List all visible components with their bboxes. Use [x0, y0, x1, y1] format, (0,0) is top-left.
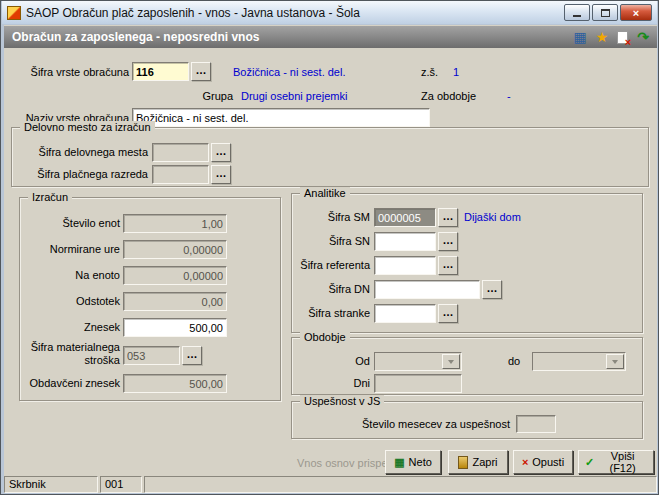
delovno-mesto-group: Delovno mesto za izračun Šifra delovnega…: [11, 127, 649, 187]
sifra-dn-input[interactable]: [374, 280, 480, 299]
neto-button-label: Neto: [409, 456, 432, 468]
close-button[interactable]: ×: [620, 4, 652, 21]
status-user: Skrbnik: [4, 476, 98, 493]
uspesnost-group: Uspešnost v JS Število mesecev za uspešn…: [291, 401, 643, 439]
dialog-header: Obračun za zaposlenega - neposredni vnos…: [4, 26, 657, 48]
stevilo-enot-label: Število enot: [20, 217, 120, 230]
stevilo-mesecev-input: [516, 415, 556, 433]
checkmark-icon: ✓: [585, 456, 594, 469]
sifra-placnega-razreda-label: Šifra plačnega razreda: [16, 168, 148, 181]
sifra-materialnega-stroska-label: Šifra materialnega stroška: [20, 341, 120, 367]
opusti-button-label: Opusti: [532, 456, 564, 468]
od-label: Od: [322, 355, 370, 368]
sifra-materialnega-stroska-lookup-button[interactable]: …: [182, 346, 202, 365]
sifra-referenta-lookup-button[interactable]: …: [438, 256, 458, 275]
app-icon: [7, 6, 21, 20]
od-dropdown-button: [442, 354, 460, 369]
stevilo-mesecev-label: Število mesecev za uspešnost: [292, 418, 510, 431]
odstotek-label: Odstotek: [20, 295, 120, 308]
status-bar: Skrbnik 001: [4, 476, 657, 493]
obdobje-group-title: Obdobje: [300, 331, 350, 344]
sifra-vrste-label: Šifra vrste obračuna: [11, 66, 129, 79]
sifra-sn-label: Šifra SN: [292, 235, 370, 248]
zs-label: z.š.: [421, 66, 438, 79]
uspesnost-group-title: Uspešnost v JS: [300, 395, 384, 408]
sifra-delovnega-mesta-label: Šifra delovnega mesta: [16, 146, 148, 159]
zapri-button-label: Zapri: [472, 456, 497, 468]
obdavceni-znesek-label: Obdavčeni znesek: [20, 377, 120, 390]
vpisi-button-label: Vpiši (F12): [598, 450, 647, 474]
sifra-delovnega-mesta-lookup-button[interactable]: …: [211, 143, 231, 162]
sifra-stranke-label: Šifra stranke: [292, 307, 370, 320]
titlebar: SAOP Obračun plač zaposlenih - vnos - Ja…: [2, 1, 657, 24]
grupa-value: Drugi osebni prejemki: [241, 90, 347, 103]
do-label: do: [508, 355, 520, 368]
favorite-star-icon[interactable]: ★: [596, 29, 609, 45]
dni-label: Dni: [322, 377, 370, 390]
sifra-delovnega-mesta-input: [152, 143, 209, 162]
window-controls: ×: [564, 4, 652, 21]
sifra-stranke-input[interactable]: [374, 304, 436, 323]
header-toolbar: ▦ ★ × ↷: [573, 29, 649, 45]
sifra-referenta-label: Šifra referenta: [292, 259, 370, 272]
normirane-ure-label: Normirane ure: [20, 243, 120, 256]
naziv-input[interactable]: [132, 108, 430, 127]
red-cross-icon: ×: [522, 456, 528, 468]
zapri-button[interactable]: Zapri: [448, 450, 508, 474]
za-obdobje-label: Za obdobje: [421, 90, 476, 103]
analitike-group-title: Analitike: [300, 187, 350, 200]
window-title: SAOP Obračun plač zaposlenih - vnos - Ja…: [26, 6, 360, 20]
sifra-materialnega-stroska-input: [123, 346, 180, 365]
znesek-label: Znesek: [20, 321, 120, 334]
maximize-button[interactable]: [592, 4, 618, 21]
sifra-sm-description: Dijaški dom: [464, 211, 521, 224]
zs-value: 1: [453, 66, 459, 79]
do-dropdown-button: [606, 354, 624, 369]
analitike-group: Analitike Šifra SM … Dijaški dom Šifra S…: [291, 193, 643, 333]
do-dropdown: [532, 352, 626, 371]
za-obdobje-value: -: [507, 90, 511, 103]
sifra-sn-lookup-button[interactable]: …: [438, 232, 458, 251]
sifra-dn-lookup-button[interactable]: …: [482, 280, 502, 299]
vpisi-button[interactable]: ✓ Vpiši (F12): [578, 450, 654, 474]
chevron-down-icon: [612, 360, 618, 364]
izracun-group-title: Izračun: [28, 191, 72, 204]
status-code: 001: [100, 476, 142, 493]
minimize-icon: [573, 15, 581, 17]
opusti-button[interactable]: × Opusti: [513, 450, 573, 474]
na-enoto-label: Na enoto: [20, 269, 120, 282]
sifra-dn-label: Šifra DN: [292, 283, 370, 296]
na-enoto-input: [123, 266, 227, 285]
sifra-vrste-input[interactable]: [132, 62, 189, 81]
znesek-input[interactable]: [123, 318, 227, 337]
sifra-sm-input[interactable]: [374, 208, 436, 227]
exit-arrow-icon[interactable]: ↷: [637, 29, 649, 45]
minimize-button[interactable]: [564, 4, 590, 21]
sifra-sm-label: Šifra SM: [292, 211, 370, 224]
door-icon: [458, 456, 468, 469]
sifra-sn-input[interactable]: [374, 232, 436, 251]
obdavceni-znesek-input: [123, 374, 227, 393]
red-cross-icon: ×: [625, 37, 631, 48]
grid-icon: ▦: [394, 456, 404, 469]
grupa-label: Grupa: [131, 90, 233, 103]
delete-document-icon[interactable]: ×: [617, 31, 628, 44]
maximize-icon: [601, 9, 610, 17]
sifra-stranke-lookup-button[interactable]: …: [438, 304, 458, 323]
sifra-placnega-razreda-lookup-button[interactable]: …: [211, 165, 231, 184]
sifra-placnega-razreda-input: [152, 165, 209, 184]
izracun-group: Izračun Število enot Normirane ure Na en…: [19, 197, 281, 401]
chevron-down-icon: [448, 360, 454, 364]
sifra-sm-lookup-button[interactable]: …: [438, 208, 458, 227]
stevilo-enot-input: [123, 214, 227, 233]
sifra-vrste-description: Božičnica - ni sest. del.: [233, 66, 346, 79]
odstotek-input: [123, 292, 227, 311]
obdobje-group: Obdobje Od do Dni: [291, 337, 643, 395]
sifra-vrste-lookup-button[interactable]: …: [191, 62, 211, 81]
dni-input: [374, 374, 462, 393]
delovno-mesto-group-title: Delovno mesto za izračun: [20, 121, 155, 134]
neto-button[interactable]: ▦ Neto: [385, 450, 441, 474]
od-dropdown: [374, 352, 462, 371]
grid-icon[interactable]: ▦: [573, 29, 586, 45]
sifra-referenta-input[interactable]: [374, 256, 436, 275]
